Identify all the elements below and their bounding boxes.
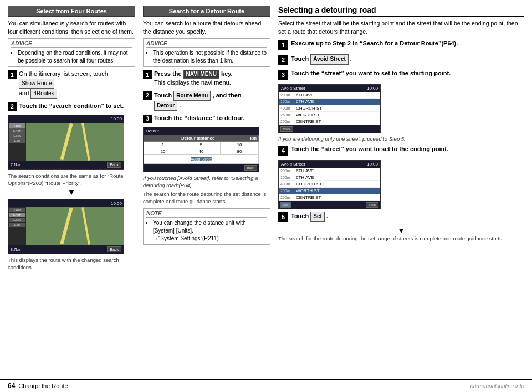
mid-note-title: NOTE: [146, 210, 267, 218]
street-s1: 6TH AVE: [296, 99, 378, 104]
down-arrow-right: ▼: [278, 226, 524, 234]
nav-map-1: [26, 123, 124, 161]
nav-btn-eco[interactable]: Eco: [9, 138, 25, 143]
avoid-back-btn-2[interactable]: Back: [366, 202, 378, 208]
nav-btn-short[interactable]: Short: [9, 128, 25, 133]
nav-dist-label-2: 8.7km: [11, 247, 21, 251]
mid-note-box: NOTE You can change the distance unit wi…: [143, 208, 270, 245]
left-advice-title: ADVICE: [11, 40, 132, 48]
avoid-street-list-2: 290m 6TH AVE 150m 6TH AVE 400m CHURCH ST…: [279, 168, 380, 201]
mid-step1-text: Press the: [154, 70, 182, 77]
mid-note-list: You can change the distance unit with [S…: [146, 219, 267, 243]
avoid-street-item-s0[interactable]: 290m 6TH AVE: [279, 92, 380, 99]
route-menu-button[interactable]: Route Menu: [173, 91, 211, 101]
mid-step1: 1 Press the NAVI MENU key. This displays…: [143, 70, 270, 87]
nav-header-2: 10:00: [8, 199, 124, 207]
mid-step2-text: Touch: [154, 92, 172, 99]
detour-cell-1-2[interactable]: 5: [182, 141, 221, 148]
nav-road-1: [60, 123, 73, 160]
nav-bottom-2: 8.7km Back: [8, 245, 124, 254]
footer-chapter: Change the Route: [18, 383, 68, 389]
watermark: carmanualsonline.info: [470, 383, 524, 389]
dist-e3: 250m: [280, 189, 296, 193]
mid-note-item: You can change the distance unit with [S…: [153, 219, 267, 243]
dist-s1: 150m: [280, 100, 296, 104]
right-step1-content: Execute up to Step 2 in “Search for a De…: [291, 39, 524, 48]
avoid-screen-title-1: Avoid Street: [281, 86, 305, 91]
mid-step1-num: 1: [143, 70, 152, 79]
mid-step1-content: Press the NAVI MENU key. This displays t…: [154, 70, 270, 87]
nav-btn-easy-2[interactable]: Easy: [9, 218, 25, 222]
show-route-button[interactable]: Show Route: [19, 79, 54, 89]
avoid-street-item-s3[interactable]: 250m WORTH ST: [279, 112, 380, 118]
avoid-screen-footer-2: Set Back: [279, 201, 380, 209]
dist-s4: 250m: [280, 120, 296, 123]
dist-e0: 290m: [280, 169, 296, 173]
detour-cell-1-3[interactable]: 10: [221, 141, 259, 148]
mid-step3-text: Touch the “distance” to detour.: [154, 115, 245, 121]
mid-intro: You can search for a route that detours …: [143, 19, 270, 35]
4routes-button[interactable]: 4Routes: [30, 89, 57, 99]
right-step3-text: Touch the “street” you want to set to th…: [291, 70, 451, 76]
avoid-screen-header-2: Avoid Street 10:00: [279, 161, 380, 168]
right-step2: 2 Touch Avoid Street .: [278, 54, 524, 65]
right-step3: 3 Touch the “street” you want to set to …: [278, 69, 524, 80]
right-step4: 4 Touch the “street” you want to set to …: [278, 145, 524, 156]
nav-btn-easy[interactable]: Easy: [9, 133, 25, 138]
nav-road-2: [81, 123, 90, 161]
right-caption-step3: If you are detouring only one street, pr…: [278, 136, 524, 143]
detour-table: Detour distance km 1 5 10 20: [144, 135, 259, 164]
nav-bottom-1: 7.1km Back: [8, 161, 124, 169]
nav-btn-eco-2[interactable]: Eco: [9, 223, 25, 227]
set-button[interactable]: Set: [310, 212, 325, 222]
avoid-set-btn[interactable]: Set: [280, 202, 291, 208]
avoid-street-item-e3[interactable]: 250m WORTH ST: [279, 188, 380, 194]
right-step2-content: Touch Avoid Street .: [291, 54, 524, 65]
dist-s3: 250m: [280, 113, 296, 117]
mid-step2-num: 2: [143, 91, 152, 100]
nav-screen-1: 10:00 Fast Short Easy Eco 7.1km Back: [8, 115, 124, 170]
detour-cell-2-3[interactable]: 80: [221, 148, 259, 154]
detour-back-btn[interactable]: Back: [244, 165, 257, 171]
right-step2-num: 2: [278, 55, 288, 65]
right-step5: 5 Touch Set .: [278, 212, 524, 222]
avoid-screen-starting: Avoid Street 10:00 290m 6TH AVE 150m 6TH…: [278, 84, 381, 133]
mid-advice-box: ADVICE This operation is not possible if…: [143, 38, 270, 67]
street-e2: CHURCH ST: [296, 182, 378, 187]
street-e4: CENTRE ST: [296, 195, 378, 200]
navi-menu-key[interactable]: NAVI MENU: [183, 70, 219, 79]
avoid-street-item-e0[interactable]: 290m 6TH AVE: [279, 168, 380, 174]
avoid-street-item-s1[interactable]: 150m 6TH AVE: [279, 99, 380, 105]
detour-cell-2-2[interactable]: 40: [182, 148, 221, 154]
detour-button[interactable]: Detour: [154, 101, 177, 111]
nav-btn-fast-2[interactable]: Fast: [9, 208, 25, 212]
detour-avoid-street-btn[interactable]: Avoid Street: [191, 157, 212, 161]
street-s2: CHURCH ST: [296, 106, 378, 111]
avoid-street-item-e2[interactable]: 400m CHURCH ST: [279, 181, 380, 188]
left-caption1: The search conditions are the same as fo…: [8, 173, 135, 187]
avoid-street-item-s4[interactable]: 250m CENTRE ST: [279, 118, 380, 125]
avoid-street-item-e1[interactable]: 150m 6TH AVE: [279, 174, 380, 181]
avoid-screen-footer-1: Back: [279, 125, 380, 133]
nav-btn-short-2[interactable]: Short: [9, 213, 25, 217]
nav-header-1: 10:00: [8, 115, 124, 123]
left-column: Select from Four Routes You can simultan…: [8, 6, 135, 375]
nav-back-btn-2[interactable]: Back: [107, 246, 121, 252]
mid-note-text: You can change the distance unit with [S…: [153, 220, 246, 234]
detour-cell-1-1[interactable]: 1: [144, 141, 182, 148]
detour-cell-2-1[interactable]: 20: [144, 148, 182, 154]
avoid-street-item-s2[interactable]: 400m CHURCH ST: [279, 105, 380, 112]
avoid-screen-time-1: 10:00: [367, 86, 378, 91]
nav-btn-fast[interactable]: Fast: [9, 123, 25, 128]
avoid-street-item-e4[interactable]: 250m CENTRE ST: [279, 194, 380, 201]
right-caption-final: The search for the route detouring the s…: [278, 235, 524, 243]
nav-screen-2: 10:00 Fast Short Easy Eco 8.7km Back: [8, 199, 124, 254]
right-step5-content: Touch Set .: [291, 212, 524, 222]
nav-road-3: [60, 208, 73, 245]
nav-back-btn-1[interactable]: Back: [107, 162, 121, 168]
period1: .: [59, 90, 60, 96]
mid-column: Search for a Detour Route You can search…: [143, 6, 270, 375]
avoid-back-btn-1[interactable]: Back: [280, 126, 293, 132]
nav-road-4: [81, 208, 90, 245]
avoid-street-button[interactable]: Avoid Street: [310, 54, 349, 65]
